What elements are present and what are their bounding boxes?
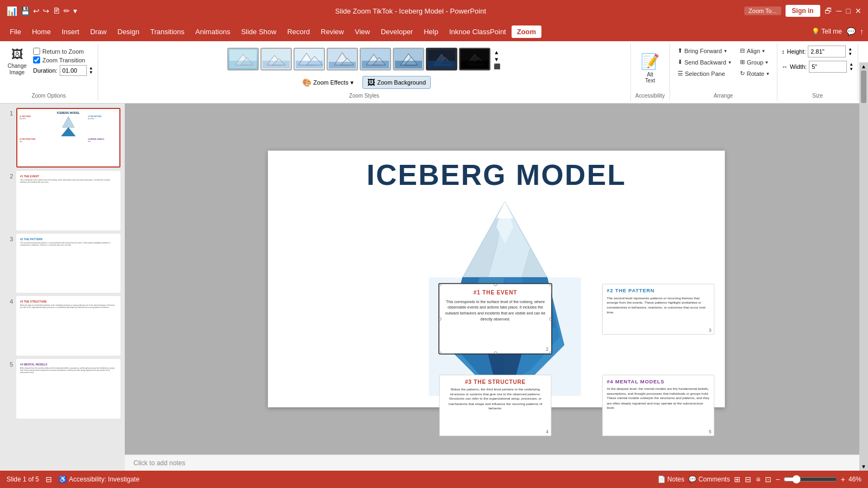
zoom-box-2[interactable]: #2 THE PATTERN The second level represen…: [602, 284, 714, 335]
width-up[interactable]: ▲: [849, 62, 853, 67]
style-more[interactable]: ⬛: [493, 63, 501, 70]
duration-down[interactable]: ▼: [89, 70, 93, 75]
return-to-zoom-checkbox[interactable]: Return to Zoom: [33, 48, 93, 55]
rotate-button[interactable]: ↻ Rotate ▾: [737, 68, 773, 79]
zoom-range-input[interactable]: [783, 475, 838, 484]
notes-btn[interactable]: 📄 Notes: [658, 476, 684, 483]
menu-zoom[interactable]: Zoom: [512, 25, 541, 38]
tell-me-input[interactable]: 💡 Tell me: [812, 28, 842, 35]
menu-classpoint[interactable]: Inknoe ClassPoint: [444, 25, 512, 38]
style-thumb-4[interactable]: [327, 48, 358, 70]
zoom-transition-checkbox[interactable]: Zoom Transition: [33, 56, 93, 63]
style-thumb-5[interactable]: [360, 48, 391, 70]
duration-input[interactable]: [60, 65, 87, 76]
quick-save-icon[interactable]: 💾: [21, 7, 30, 15]
zoom-effects-button[interactable]: 🎨 Zoom Effects ▾: [298, 76, 359, 89]
return-to-zoom-input[interactable]: [33, 48, 40, 55]
style-thumb-2[interactable]: [260, 48, 292, 70]
style-scroll-down[interactable]: ▼: [493, 56, 501, 63]
zoom-transition-input[interactable]: [33, 56, 40, 63]
pen-icon[interactable]: ✏: [63, 7, 70, 15]
zoom-box-3[interactable]: #3 THE STRUCTURE Below the patterns, the…: [439, 375, 552, 436]
undo-icon[interactable]: ↩: [33, 7, 40, 15]
handle-bm[interactable]: [494, 351, 497, 354]
comments-icon[interactable]: 💬: [846, 27, 856, 36]
menu-animations[interactable]: Animations: [190, 25, 235, 38]
menu-design[interactable]: Design: [112, 25, 145, 38]
scroll-bar[interactable]: ▲ ▼: [859, 104, 868, 471]
view-grid-icon[interactable]: ⊟: [745, 475, 751, 484]
share-icon[interactable]: ↑: [860, 27, 864, 36]
handle-bl[interactable]: [439, 351, 442, 354]
menu-draw[interactable]: Draw: [85, 25, 112, 38]
width-input[interactable]: [809, 61, 847, 73]
restore-icon[interactable]: 🗗: [825, 7, 832, 15]
group-arrow[interactable]: ▾: [765, 60, 768, 65]
slide-item-5[interactable]: 5 #4 MENTAL MODELS At the deepest level,…: [4, 359, 120, 419]
style-thumb-1[interactable]: [227, 48, 259, 70]
bring-forward-arrow[interactable]: ▾: [724, 48, 727, 54]
change-image-button[interactable]: 🖼 ChangeImage: [4, 46, 30, 78]
height-input[interactable]: [808, 46, 846, 57]
handle-tr[interactable]: [550, 284, 552, 286]
slide-view-icon[interactable]: ⊟: [46, 475, 52, 484]
customize-icon[interactable]: 🖹: [53, 7, 60, 15]
menu-file[interactable]: File: [4, 25, 27, 38]
slide-item-1[interactable]: 1 ICEBERG MODEL #1 THE EVENTtext here #2…: [4, 108, 120, 168]
selection-pane-button[interactable]: ☰ Selection Pane: [674, 68, 735, 79]
maximize-icon[interactable]: □: [846, 7, 851, 15]
style-thumb-6[interactable]: [393, 48, 424, 70]
slide-thumb-1[interactable]: ICEBERG MODEL #1 THE EVENTtext here #2 T…: [16, 108, 120, 168]
redo-icon[interactable]: ↪: [43, 7, 49, 15]
menu-view[interactable]: View: [349, 25, 375, 38]
zoom-in-icon[interactable]: +: [841, 475, 845, 484]
menu-slideshow[interactable]: Slide Show: [235, 25, 282, 38]
zoom-box-1[interactable]: #1 THE EVENT This corresponds to the sur…: [439, 284, 552, 354]
align-arrow[interactable]: ▾: [762, 48, 765, 54]
scroll-down-btn[interactable]: ▼: [861, 464, 866, 470]
zoom-percent[interactable]: 46%: [848, 476, 861, 483]
menu-home[interactable]: Home: [27, 25, 56, 38]
bring-forward-button[interactable]: ⬆ Bring Forward ▾: [674, 46, 735, 56]
group-button[interactable]: ⊞ Group ▾: [737, 57, 773, 67]
menu-insert[interactable]: Insert: [56, 25, 85, 38]
style-scroll-up[interactable]: ▲: [493, 49, 501, 56]
view-reading-icon[interactable]: ≡: [756, 475, 760, 484]
menu-help[interactable]: Help: [418, 25, 444, 38]
send-backward-button[interactable]: ⬇ Send Backward ▾: [674, 57, 735, 67]
zoom-background-button[interactable]: 🖼 Zoom Background: [362, 76, 431, 89]
handle-mr[interactable]: [550, 317, 552, 320]
slide-thumb-5[interactable]: #4 MENTAL MODELS At the deepest level, t…: [16, 359, 120, 419]
align-button[interactable]: ⊟ Align ▾: [737, 46, 773, 56]
slide-item-3[interactable]: 3 #2 THE PATTERN The second level repres…: [4, 234, 120, 293]
notes-bar[interactable]: Click to add notes: [125, 454, 868, 471]
slide-thumb-4[interactable]: #3 THE STRUCTURE Below the patterns, the…: [16, 296, 120, 356]
comments-btn[interactable]: 💬 Comments: [688, 476, 730, 483]
send-backward-arrow[interactable]: ▾: [729, 60, 731, 65]
height-down[interactable]: ▼: [848, 52, 852, 56]
menu-review[interactable]: Review: [315, 25, 349, 38]
height-up[interactable]: ▲: [848, 47, 852, 52]
slide-item-2[interactable]: 2 #1 THE EVENT This corresponds to the s…: [4, 171, 120, 230]
view-normal-icon[interactable]: ⊞: [734, 475, 741, 484]
menu-developer[interactable]: Developer: [375, 25, 418, 38]
style-thumb-7[interactable]: [426, 48, 457, 70]
dropdown-icon[interactable]: ▾: [73, 7, 77, 15]
handle-br[interactable]: [550, 351, 552, 354]
close-icon[interactable]: ✕: [855, 7, 861, 15]
minimize-icon[interactable]: ─: [837, 7, 842, 15]
zoom-box-4[interactable]: #4 MENTAL MODELS At the deepest level, t…: [602, 375, 714, 436]
style-thumb-3[interactable]: [293, 48, 325, 70]
slide-thumb-2[interactable]: #1 THE EVENT This corresponds to the sur…: [16, 171, 120, 230]
style-thumb-8[interactable]: [459, 48, 490, 70]
slide-item-4[interactable]: 4 #3 THE STRUCTURE Below the patterns, t…: [4, 296, 120, 356]
effects-dropdown-arrow[interactable]: ▾: [350, 79, 354, 86]
slide-thumb-3[interactable]: #2 THE PATTERN The second level represen…: [16, 234, 120, 293]
zoom-out-icon[interactable]: −: [776, 475, 780, 484]
menu-transitions[interactable]: Transitions: [145, 25, 190, 38]
alt-text-button[interactable]: 📝 Alt Text: [636, 50, 663, 86]
menu-record[interactable]: Record: [282, 25, 315, 38]
width-down[interactable]: ▼: [849, 67, 853, 72]
view-presenter-icon[interactable]: ⊡: [765, 475, 771, 484]
rotate-arrow[interactable]: ▾: [767, 71, 769, 76]
